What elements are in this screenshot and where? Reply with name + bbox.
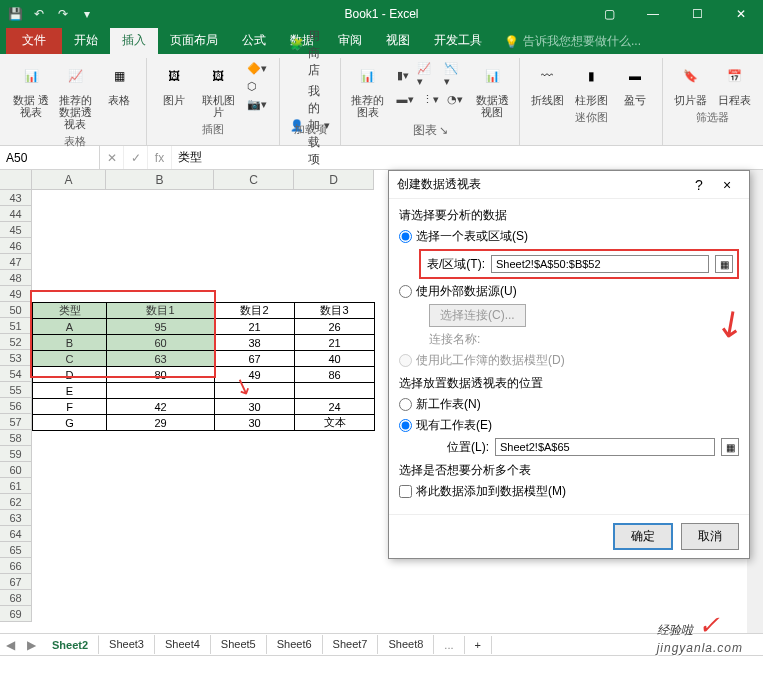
table-cell[interactable]: 38	[215, 335, 295, 351]
choose-connection-button[interactable]: 选择连接(C)...	[429, 304, 526, 327]
line-chart-icon[interactable]: 📈▾	[413, 60, 441, 90]
minimize-icon[interactable]: —	[631, 0, 675, 28]
table-cell[interactable]: 67	[215, 351, 295, 367]
recommended-charts-button[interactable]: 📊推荐的 图表	[347, 58, 389, 120]
smartart-icon[interactable]: ⬡	[243, 78, 271, 95]
sheet-nav-next-icon[interactable]: ▶	[21, 638, 42, 652]
column-header[interactable]: A	[32, 170, 106, 190]
save-icon[interactable]: 💾	[4, 3, 26, 25]
table-cell[interactable]	[107, 383, 215, 399]
table-cell[interactable]: G	[33, 415, 107, 431]
bar-chart-icon[interactable]: ▮▾	[393, 60, 413, 90]
formula-input[interactable]: 类型	[172, 149, 202, 166]
sparkline-line-button[interactable]: 〰折线图	[526, 58, 568, 108]
maximize-icon[interactable]: ☐	[675, 0, 719, 28]
sheet-tab[interactable]: Sheet4	[155, 635, 211, 654]
sheet-tab[interactable]: Sheet3	[99, 635, 155, 654]
undo-icon[interactable]: ↶	[28, 3, 50, 25]
screenshot-icon[interactable]: 📷▾	[243, 96, 271, 113]
area-chart-icon[interactable]: 📉▾	[440, 60, 468, 90]
sparkline-winloss-button[interactable]: ▬盈亏	[614, 58, 656, 108]
radio-external-source[interactable]: 使用外部数据源(U)	[399, 283, 739, 300]
row-header[interactable]: 44	[0, 206, 32, 222]
location-picker-icon[interactable]: ▦	[721, 438, 739, 456]
sheet-tab[interactable]: Sheet8	[378, 635, 434, 654]
table-cell[interactable]: 26	[295, 319, 375, 335]
sparkline-column-button[interactable]: ▮柱形图	[570, 58, 612, 108]
radio-existing-sheet[interactable]: 现有工作表(E)	[399, 417, 739, 434]
row-headers[interactable]: 4344454647484950515253545556575859606162…	[0, 190, 32, 622]
row-header[interactable]: 45	[0, 222, 32, 238]
recommended-pivot-button[interactable]: 📈推荐的 数据透视表	[54, 58, 96, 132]
table-cell[interactable]: 29	[107, 415, 215, 431]
online-picture-button[interactable]: 🖼联机图片	[197, 58, 239, 120]
table-header-cell[interactable]: 数目3	[295, 303, 375, 319]
sheet-tab[interactable]: Sheet7	[323, 635, 379, 654]
pivot-table-button[interactable]: 📊数据 透视表	[10, 58, 52, 132]
tab-dev[interactable]: 开发工具	[422, 27, 494, 54]
row-header[interactable]: 55	[0, 382, 32, 398]
row-header[interactable]: 64	[0, 526, 32, 542]
row-header[interactable]: 56	[0, 398, 32, 414]
row-header[interactable]: 68	[0, 590, 32, 606]
radio-select-range[interactable]: 选择一个表或区域(S)	[399, 228, 739, 245]
row-header[interactable]: 67	[0, 574, 32, 590]
table-cell[interactable]: F	[33, 399, 107, 415]
radio-new-sheet[interactable]: 新工作表(N)	[399, 396, 739, 413]
table-cell[interactable]: 21	[215, 319, 295, 335]
table-button[interactable]: ▦表格	[98, 58, 140, 132]
row-header[interactable]: 53	[0, 350, 32, 366]
table-cell[interactable]: 42	[107, 399, 215, 415]
sheet-tab[interactable]: Sheet2	[42, 635, 99, 654]
column-header[interactable]: B	[106, 170, 214, 190]
hbar-chart-icon[interactable]: ▬▾	[393, 91, 418, 108]
table-cell[interactable]: 30	[215, 415, 295, 431]
qat-more-icon[interactable]: ▾	[76, 3, 98, 25]
other-chart-icon[interactable]: ◔▾	[443, 91, 467, 108]
row-header[interactable]: 69	[0, 606, 32, 622]
row-header[interactable]: 60	[0, 462, 32, 478]
row-header[interactable]: 51	[0, 318, 32, 334]
enter-formula-icon[interactable]: ✓	[124, 146, 148, 169]
location-input[interactable]	[495, 438, 715, 456]
tab-layout[interactable]: 页面布局	[158, 27, 230, 54]
pivot-chart-button[interactable]: 📊数据透视图	[472, 58, 514, 120]
table-header-cell[interactable]: 数目2	[215, 303, 295, 319]
scatter-chart-icon[interactable]: ⋮▾	[418, 91, 443, 108]
row-header[interactable]: 63	[0, 510, 32, 526]
timeline-button[interactable]: 📅日程表	[713, 58, 755, 108]
tab-file[interactable]: 文件	[6, 27, 62, 54]
select-all-corner[interactable]	[0, 170, 32, 190]
close-icon[interactable]: ✕	[719, 0, 763, 28]
row-header[interactable]: 59	[0, 446, 32, 462]
table-cell[interactable]: 文本	[295, 415, 375, 431]
ribbon-options-icon[interactable]: ▢	[587, 0, 631, 28]
sheet-tab[interactable]: Sheet6	[267, 635, 323, 654]
table-cell[interactable]: 40	[295, 351, 375, 367]
tab-home[interactable]: 开始	[62, 27, 110, 54]
row-header[interactable]: 58	[0, 430, 32, 446]
redo-icon[interactable]: ↷	[52, 3, 74, 25]
name-box[interactable]: A50	[0, 146, 100, 169]
row-header[interactable]: 50	[0, 302, 32, 318]
table-cell[interactable]: 30	[215, 399, 295, 415]
table-cell[interactable]	[295, 383, 375, 399]
range-input[interactable]	[491, 255, 709, 273]
add-sheet-button[interactable]: +	[465, 636, 492, 654]
sheet-more-icon[interactable]: ...	[434, 636, 464, 654]
row-header[interactable]: 46	[0, 238, 32, 254]
row-header[interactable]: 57	[0, 414, 32, 430]
tab-formula[interactable]: 公式	[230, 27, 278, 54]
row-header[interactable]: 49	[0, 286, 32, 302]
dialog-titlebar[interactable]: 创建数据透视表 ? ×	[389, 171, 749, 199]
column-header[interactable]: C	[214, 170, 294, 190]
row-header[interactable]: 62	[0, 494, 32, 510]
row-header[interactable]: 47	[0, 254, 32, 270]
picture-button[interactable]: 🖼图片	[153, 58, 195, 120]
cancel-button[interactable]: 取消	[681, 523, 739, 550]
ok-button[interactable]: 确定	[613, 523, 673, 550]
tab-insert[interactable]: 插入	[110, 27, 158, 54]
shapes-icon[interactable]: 🔶▾	[243, 60, 271, 77]
dialog-help-icon[interactable]: ?	[685, 177, 713, 193]
row-header[interactable]: 54	[0, 366, 32, 382]
